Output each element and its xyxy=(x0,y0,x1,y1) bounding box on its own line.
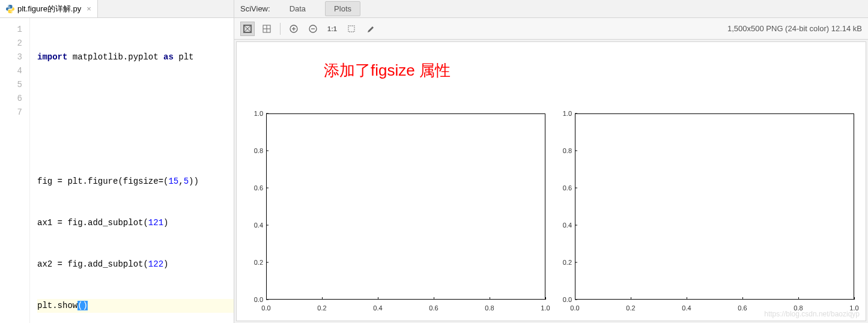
x-tick-label: 0.6 xyxy=(429,304,438,312)
subplot-2: 0.00.20.40.60.81.00.00.20.40.60.81.0 xyxy=(554,110,857,315)
plot-toolbar: 1:1 1,500x500 PNG (24-bit color) 12.14 k… xyxy=(234,18,868,40)
image-info: 1,500x500 PNG (24-bit color) 12.14 kB xyxy=(727,24,862,33)
x-tick-label: 0.0 xyxy=(570,304,579,312)
line-number: 5 xyxy=(0,78,22,92)
y-tick-label: 0.2 xyxy=(554,259,572,266)
zoom-out-icon[interactable] xyxy=(306,22,320,36)
line-number: 1 xyxy=(0,23,22,37)
x-tick-label: 0.8 xyxy=(485,304,494,312)
toolbar-separator xyxy=(280,23,281,35)
plot-axes xyxy=(575,113,854,300)
line-number: 6 xyxy=(0,92,22,106)
y-tick-label: 0.0 xyxy=(245,296,263,303)
sciview-title: SciView: xyxy=(240,4,270,13)
actual-size-button[interactable]: 1:1 xyxy=(325,22,339,36)
tab-plots[interactable]: Plots xyxy=(325,1,360,16)
svg-point-0 xyxy=(8,5,9,6)
file-tab-label: plt.figure的详解.py xyxy=(17,4,81,14)
python-file-icon xyxy=(6,5,14,13)
code-line: ax1 = fig.add_subplot(121) xyxy=(37,216,234,230)
zoom-in-icon[interactable] xyxy=(287,22,301,36)
x-tick-label: 0.2 xyxy=(626,304,635,312)
code-editor[interactable]: 1 2 3 4 5 6 7 import matplotlib.pyplot a… xyxy=(0,18,234,323)
y-tick-label: 0.8 xyxy=(554,147,572,154)
x-tick-label: 0.6 xyxy=(738,304,747,312)
svg-point-1 xyxy=(11,11,11,12)
x-tick-label: 1.0 xyxy=(541,304,550,312)
grid-icon[interactable] xyxy=(259,22,274,36)
plot-axes xyxy=(266,113,545,300)
subplot-1: 0.00.20.40.60.81.00.00.20.40.60.81.0 xyxy=(245,110,548,315)
code-line: ax2 = fig.add_subplot(122) xyxy=(37,258,234,271)
file-tab[interactable]: plt.figure的详解.py × xyxy=(0,0,98,17)
line-number: 3 xyxy=(0,50,22,64)
fit-window-icon[interactable] xyxy=(240,22,255,36)
y-tick-label: 0.6 xyxy=(554,184,572,192)
annotation-text: 添加了figsize 属性 xyxy=(324,60,451,81)
y-tick-label: 0.6 xyxy=(245,184,263,192)
x-tick-label: 0.4 xyxy=(682,304,691,312)
y-tick-label: 0.4 xyxy=(554,222,572,229)
y-tick-label: 1.0 xyxy=(554,110,572,117)
editor-pane: plt.figure的详解.py × 1 2 3 4 5 6 7 import … xyxy=(0,0,234,323)
tab-data[interactable]: Data xyxy=(281,2,314,16)
x-tick-label: 0.4 xyxy=(373,304,382,312)
code-line xyxy=(37,92,234,106)
line-number: 4 xyxy=(0,64,22,78)
crop-icon[interactable] xyxy=(344,22,359,36)
y-tick-label: 0.2 xyxy=(245,259,263,266)
plot-canvas[interactable]: 添加了figsize 属性 0.00.20.40.60.81.00.00.20.… xyxy=(236,41,866,321)
x-tick-label: 0.2 xyxy=(317,304,326,312)
y-tick-label: 0.0 xyxy=(554,296,572,303)
svg-rect-12 xyxy=(348,26,354,32)
watermark: https://blog.csdn.net/baoziqyp xyxy=(764,310,860,318)
code-line: import matplotlib.pyplot as plt xyxy=(37,50,234,64)
sciview-pane: SciView: Data Plots 1:1 1,500x500 PNG (2… xyxy=(234,0,868,323)
x-tick-label: 0.0 xyxy=(261,304,270,312)
code-line xyxy=(37,133,234,147)
line-number: 7 xyxy=(0,106,22,119)
editor-tab-bar: plt.figure的详解.py × xyxy=(0,0,234,18)
y-tick-label: 0.8 xyxy=(245,147,263,154)
y-tick-label: 1.0 xyxy=(245,110,263,117)
code-line-current: plt.show() xyxy=(37,299,234,313)
sciview-header: SciView: Data Plots xyxy=(234,0,868,18)
line-number: 2 xyxy=(0,37,22,50)
line-gutter: 1 2 3 4 5 6 7 xyxy=(0,18,30,323)
y-tick-label: 0.4 xyxy=(245,222,263,229)
code-content[interactable]: import matplotlib.pyplot as plt fig = pl… xyxy=(30,18,234,323)
close-icon[interactable]: × xyxy=(86,4,91,13)
code-line: fig = plt.figure(figsize=(15,5)) xyxy=(37,175,234,189)
color-picker-icon[interactable] xyxy=(363,22,378,36)
subplot-row: 0.00.20.40.60.81.00.00.20.40.60.81.0 0.0… xyxy=(237,110,866,315)
